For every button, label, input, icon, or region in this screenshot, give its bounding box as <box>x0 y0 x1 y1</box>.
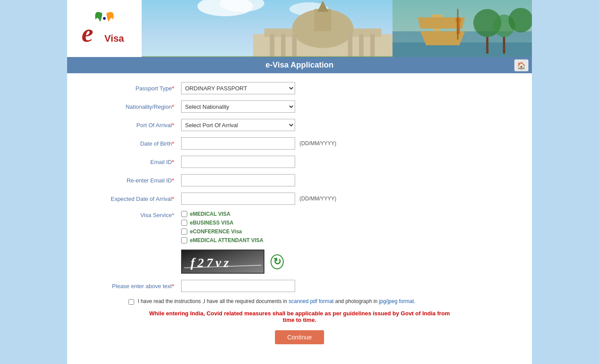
captcha-area: f27vz ↻ <box>181 250 514 274</box>
ebusiness-visa-label: eBUSINESS VISA <box>190 220 233 226</box>
re-email-input[interactable] <box>181 174 295 186</box>
svg-rect-13 <box>281 34 285 57</box>
banner-svg <box>142 0 532 57</box>
econference-visa-label: eCONFERENCE Visa <box>190 228 242 235</box>
ebusiness-visa-item: eBUSINESS VISA <box>181 220 264 226</box>
ebusiness-visa-checkbox[interactable] <box>181 220 187 226</box>
svg-point-0 <box>103 17 106 20</box>
expected-date-row: Expected Date of Arrival* (DD/MM/YYYY) <box>85 193 514 205</box>
dob-date-hint: (DD/MM/YYYY) <box>300 140 336 146</box>
continue-button[interactable]: Continue <box>275 330 324 344</box>
captcha-svg: f27vz <box>182 250 264 274</box>
agreement-row: I have read the instructions ,I have all… <box>85 298 514 305</box>
svg-text:f27vz: f27vz <box>191 256 232 270</box>
expected-date-hint: (DD/MM/YYYY) <box>300 196 336 202</box>
emedical-visa-label: eMEDICAL VISA <box>190 211 230 217</box>
agreement-checkbox[interactable] <box>128 299 134 305</box>
captcha-input-label: Please enter above text* <box>85 283 181 289</box>
home-icon: 🏠 <box>517 61 526 69</box>
covid-notice: While entering India, Covid related meas… <box>85 310 514 323</box>
svg-rect-14 <box>292 34 296 57</box>
email-row: Email ID* <box>85 156 514 168</box>
re-email-row: Re-enter Email ID* <box>85 174 514 186</box>
port-of-arrival-label: Port Of Arrival* <box>85 122 181 128</box>
logo-svg: e Visa <box>78 7 131 50</box>
dob-label: Date of Birth* <box>85 140 181 147</box>
nationality-row: Nationality/Region* Select Nationality <box>85 100 514 113</box>
page-title: e-Visa Application <box>265 61 333 70</box>
captcha-image: f27vz <box>181 250 264 274</box>
re-email-label: Re-enter Email ID* <box>85 177 181 184</box>
email-input[interactable] <box>181 156 295 168</box>
emedical-attendant-visa-item: eMEDICAL ATTENDANT VISA <box>181 237 264 243</box>
email-label: Email ID* <box>85 159 181 165</box>
banner-image <box>142 0 532 57</box>
captcha-refresh-button[interactable]: ↻ <box>271 254 284 269</box>
dob-row: Date of Birth* (DD/MM/YYYY) <box>85 137 514 150</box>
port-of-arrival-select[interactable]: Select Port Of Arrival <box>181 119 295 131</box>
site-header: e Visa <box>67 0 532 57</box>
emedical-attendant-visa-checkbox[interactable] <box>181 237 187 243</box>
emedical-visa-item: eMEDICAL VISA <box>181 211 264 217</box>
emedical-attendant-visa-label: eMEDICAL ATTENDANT VISA <box>190 237 264 243</box>
visa-service-label: Visa Service* <box>85 211 181 218</box>
passport-type-label: Passport Type* <box>85 85 181 92</box>
refresh-icon: ↻ <box>271 254 284 269</box>
svg-text:e: e <box>82 18 93 47</box>
emedical-visa-checkbox[interactable] <box>181 211 187 217</box>
form-container: Passport Type* ORDINARY PASSPORT OFFICIA… <box>67 73 532 364</box>
svg-rect-17 <box>370 34 374 57</box>
visa-service-row: Visa Service* eMEDICAL VISA eBUSINESS VI… <box>85 211 514 243</box>
expected-date-input[interactable] <box>181 193 295 205</box>
captcha-input[interactable] <box>181 280 295 292</box>
svg-rect-16 <box>359 34 364 57</box>
home-button[interactable]: 🏠 <box>514 59 528 71</box>
econference-visa-item: eCONFERENCE Visa <box>181 228 264 235</box>
econference-visa-checkbox[interactable] <box>181 228 187 235</box>
port-of-arrival-row: Port Of Arrival* Select Port Of Arrival <box>85 119 514 131</box>
dob-input[interactable] <box>181 137 295 150</box>
nationality-select[interactable]: Select Nationality <box>181 100 295 113</box>
agreement-text: I have read the instructions ,I have all… <box>138 298 415 304</box>
continue-row: Continue <box>85 330 514 344</box>
svg-rect-12 <box>270 34 274 57</box>
svg-rect-21 <box>392 43 532 57</box>
passport-type-row: Passport Type* ORDINARY PASSPORT OFFICIA… <box>85 82 514 94</box>
svg-rect-15 <box>348 34 352 57</box>
svg-rect-27 <box>457 9 459 40</box>
svg-rect-32 <box>503 37 505 54</box>
passport-type-select[interactable]: ORDINARY PASSPORT OFFICIAL PASSPORT DIPL… <box>181 82 295 94</box>
visa-service-checkboxes: eMEDICAL VISA eBUSINESS VISA eCONFERENCE… <box>181 211 264 243</box>
logo-area: e Visa <box>67 0 142 57</box>
expected-date-label: Expected Date of Arrival* <box>85 196 181 202</box>
nationality-label: Nationality/Region* <box>85 103 181 110</box>
svg-point-30 <box>509 8 532 32</box>
svg-text:Visa: Visa <box>104 33 125 44</box>
title-bar: e-Visa Application 🏠 <box>67 57 532 73</box>
svg-rect-10 <box>314 9 331 32</box>
logo: e Visa <box>78 7 131 50</box>
captcha-input-row: Please enter above text* <box>85 280 514 292</box>
svg-rect-31 <box>486 37 488 54</box>
